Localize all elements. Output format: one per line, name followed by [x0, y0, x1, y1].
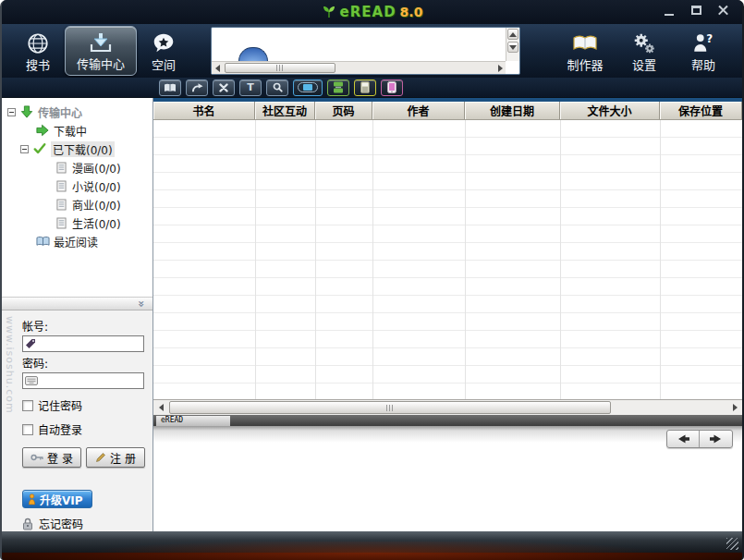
search-books-label: 搜书: [26, 59, 50, 72]
document-icon: [54, 178, 68, 193]
scroll-left-button[interactable]: [153, 400, 168, 415]
phone-device-button[interactable]: [354, 79, 376, 96]
tree-item-downloading[interactable]: 下载中: [2, 121, 152, 140]
window-controls: [663, 5, 731, 18]
tree-item-label: 生活(0/0): [72, 215, 121, 231]
minimize-button[interactable]: [663, 5, 677, 18]
upgrade-vip-button[interactable]: 升级VIP: [22, 490, 92, 508]
mp4-device-button[interactable]: [327, 79, 349, 96]
tree-item-comics[interactable]: 漫画(0/0): [2, 158, 152, 177]
right-arrow-icon: [733, 404, 741, 411]
text-tool-button[interactable]: T: [239, 79, 262, 96]
logo-sprout-icon: [322, 5, 336, 19]
collapse-expander-icon[interactable]: [20, 145, 29, 153]
maker-button[interactable]: 制作器: [555, 26, 615, 76]
key-icon: [30, 454, 43, 461]
logo-text: eREAD: [340, 4, 396, 20]
panel-horizontal-scrollbar[interactable]: [212, 61, 506, 74]
register-button-label: 注 册: [110, 450, 136, 466]
account-input[interactable]: [22, 335, 144, 352]
pencil-icon: [95, 452, 106, 463]
title-bar[interactable]: eREAD 8.0: [2, 0, 742, 24]
smartphone-device-button[interactable]: [381, 79, 403, 96]
window-bottom-edge: [2, 553, 742, 560]
tree-item-business[interactable]: 商业(0/0): [2, 195, 152, 213]
vip-person-icon: [28, 493, 36, 505]
column-divider: [465, 120, 466, 399]
undo-tool-button[interactable]: [186, 79, 208, 96]
tree-item-life[interactable]: 生活(0/0): [2, 213, 152, 232]
scroll-up-button[interactable]: [507, 29, 518, 40]
settings-label: 设置: [632, 59, 656, 72]
back-arrow-icon: [676, 434, 690, 444]
login-collapse-bar[interactable]: [2, 297, 152, 310]
tree-item-label: 小说(0/0): [72, 178, 121, 194]
scroll-left-button[interactable]: [212, 63, 223, 73]
space-button[interactable]: 空间: [137, 26, 190, 76]
search-tool-button[interactable]: [266, 79, 288, 96]
mp4-device-icon: [333, 81, 344, 93]
app-logo: eREAD 8.0: [322, 4, 423, 20]
column-header-created-date[interactable]: 创建日期: [465, 102, 560, 119]
forward-button[interactable]: [700, 431, 732, 447]
delete-tool-button[interactable]: [213, 79, 235, 96]
login-panel: www.isoshu.com 帐号: 密码:: [2, 310, 152, 531]
collapse-expander-icon[interactable]: [7, 108, 16, 116]
password-label: 密码:: [22, 355, 145, 371]
tag-icon: [25, 338, 36, 352]
search-books-button[interactable]: 搜书: [11, 26, 65, 76]
column-divider: [255, 120, 256, 399]
open-book-icon: [164, 83, 177, 92]
back-button[interactable]: [667, 431, 700, 447]
scroll-right-button[interactable]: [727, 400, 742, 415]
tree-item-novels[interactable]: 小说(0/0): [2, 177, 152, 195]
resize-grip[interactable]: [726, 538, 738, 550]
help-button[interactable]: ? 帮助: [674, 26, 733, 76]
tree-item-downloaded[interactable]: 已下载(0/0): [2, 140, 152, 158]
password-input[interactable]: [22, 372, 144, 389]
transfer-center-button[interactable]: 传输中心: [65, 26, 137, 76]
book-list-body[interactable]: [153, 120, 742, 399]
maximize-button[interactable]: [689, 5, 704, 18]
remember-password-checkbox[interactable]: [22, 400, 33, 411]
toolbar-right-group: 制作器 设置 ? 帮助: [555, 26, 733, 76]
lock-icon: [22, 517, 33, 530]
document-icon: [54, 197, 68, 212]
eread-window: eREAD 8.0 搜书 传输中心 空间: [0, 0, 744, 560]
column-header-pages[interactable]: 页码: [315, 102, 372, 119]
column-header-save-location[interactable]: 保存位置: [660, 102, 742, 119]
tree-item-recent-reading[interactable]: 最近阅读: [2, 232, 152, 250]
register-button[interactable]: 注 册: [86, 447, 145, 468]
column-header-book-name[interactable]: 书名: [153, 102, 255, 119]
tree-root-transfer-center[interactable]: 传输中心: [2, 103, 152, 121]
open-book-icon: [571, 30, 599, 56]
space-label: 空间: [152, 59, 176, 72]
scrollbar-thumb[interactable]: [169, 401, 611, 414]
column-header-author[interactable]: 作者: [372, 102, 465, 119]
panel-vertical-scrollbar[interactable]: [506, 28, 519, 61]
right-arrow-icon: [498, 65, 506, 72]
person-question-icon: ?: [691, 30, 715, 56]
scroll-right-button[interactable]: [494, 63, 506, 73]
green-down-arrow-icon: [19, 104, 34, 119]
close-button[interactable]: [716, 5, 731, 18]
magnifier-icon: [273, 82, 283, 92]
auto-login-checkbox[interactable]: [22, 424, 33, 435]
tree-item-label: 下载中: [54, 123, 87, 139]
psp-device-button[interactable]: [293, 79, 323, 96]
settings-button[interactable]: 设置: [615, 26, 674, 76]
table-horizontal-scrollbar[interactable]: [153, 399, 742, 415]
login-button[interactable]: 登 录: [22, 447, 81, 468]
chevron-down-icon: [135, 300, 148, 308]
tab-eread[interactable]: eREAD: [156, 416, 230, 426]
open-book-tool-button[interactable]: [159, 79, 181, 96]
tree-item-label: 漫画(0/0): [72, 160, 121, 176]
main-toolbar: 搜书 传输中心 空间: [2, 24, 742, 78]
scrollbar-thumb[interactable]: [225, 63, 335, 73]
scroll-down-button[interactable]: [507, 42, 518, 53]
star-bubble-icon: [152, 30, 176, 56]
forgot-password-link[interactable]: 忘记密码: [22, 516, 145, 531]
column-header-file-size[interactable]: 文件大小: [560, 102, 660, 119]
column-header-community[interactable]: 社区互动: [255, 102, 315, 119]
banner-panel: [211, 27, 520, 75]
